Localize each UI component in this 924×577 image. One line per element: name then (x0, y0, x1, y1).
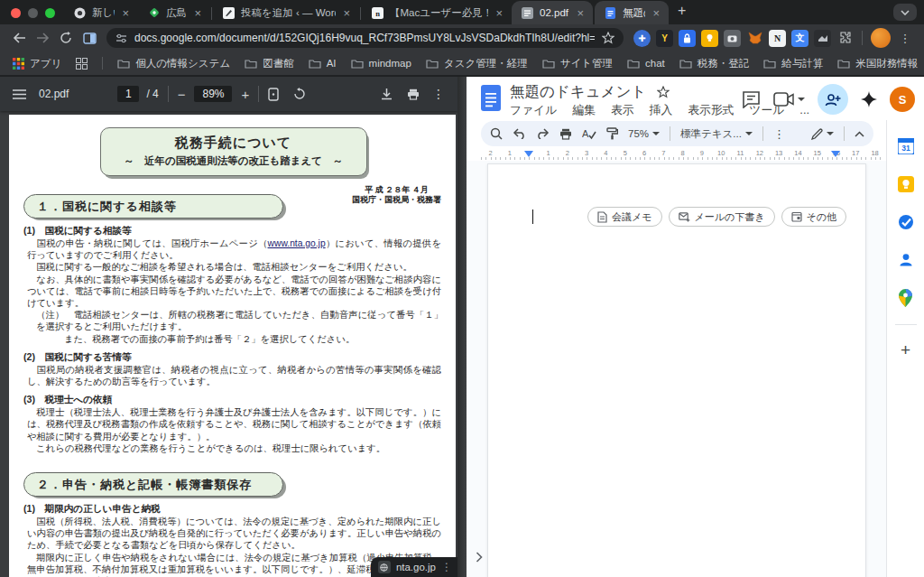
pdf-menu-icon[interactable] (13, 89, 26, 99)
tab-search-button[interactable] (893, 4, 917, 21)
bookmark-folder[interactable]: mindmap (351, 58, 411, 69)
new-tab-button[interactable]: + (669, 3, 695, 24)
minimize-window-button[interactable] (28, 8, 38, 18)
bookmark-folder[interactable]: AI (309, 58, 337, 69)
close-tab-icon[interactable]: × (575, 7, 586, 19)
undo-icon[interactable] (513, 128, 526, 139)
collapse-toolbar-icon[interactable] (855, 131, 864, 137)
profile-avatar[interactable] (871, 28, 891, 48)
maps-icon[interactable] (897, 289, 915, 307)
tab-hiroshima[interactable]: 広島県廿日 × (138, 1, 210, 24)
pane-splitter[interactable] (457, 77, 467, 577)
link-status-popup[interactable]: nta.go.jp ⋮ (371, 557, 457, 577)
zoom-select[interactable]: 75% (628, 128, 660, 139)
close-tab-icon[interactable]: × (192, 7, 203, 19)
extension-icon[interactable] (814, 30, 831, 47)
popup-kebab-icon[interactable]: ⋮ (441, 561, 452, 573)
comment-icon[interactable] (742, 90, 761, 108)
extensions-puzzle-icon[interactable] (836, 30, 854, 47)
address-bar[interactable]: docs.google.com/document/d/152GIQj16H9vu… (106, 28, 624, 48)
bookmark-folder[interactable]: 個人の情報システム (117, 57, 230, 70)
fit-to-page-icon[interactable] (268, 88, 279, 101)
share-button[interactable] (818, 84, 848, 115)
bookmark-folder[interactable]: サイト管理 (542, 57, 613, 70)
tasks-icon[interactable] (897, 213, 915, 231)
toolbar-more-kebab-icon[interactable]: ⋮ (773, 127, 785, 141)
contacts-icon[interactable] (897, 251, 915, 269)
email-draft-chip[interactable]: メールの下書き (669, 207, 775, 227)
rotate-icon[interactable] (293, 88, 306, 100)
pdf-more-kebab-icon[interactable]: ⋮ (432, 87, 445, 101)
bookmark-folder[interactable]: 図書館 (245, 57, 294, 70)
maximize-window-button[interactable] (45, 8, 55, 18)
editing-mode-select[interactable] (811, 128, 834, 140)
side-panel-icon[interactable] (78, 27, 101, 49)
paragraph-style-select[interactable]: 標準テキス... (680, 127, 753, 141)
chrome-menu-kebab-icon[interactable]: ⋮ (893, 27, 917, 49)
print-icon[interactable] (407, 88, 420, 100)
more-templates-chip[interactable]: その他 (781, 207, 847, 227)
meet-video-call-button[interactable] (773, 92, 805, 107)
keep-extension-icon[interactable] (701, 30, 718, 47)
google-docs-icon[interactable] (481, 85, 501, 115)
search-menus-icon[interactable] (490, 127, 503, 140)
redo-icon[interactable] (536, 128, 550, 139)
download-icon[interactable] (381, 88, 393, 100)
metamask-fox-icon[interactable] (746, 30, 763, 47)
right-indent-marker[interactable] (831, 151, 840, 157)
bookmark-folder[interactable]: 給与計算 (763, 57, 823, 70)
star-document-icon[interactable] (657, 86, 670, 98)
translate-extension-icon[interactable]: 文 (791, 30, 808, 47)
tab-google-doc[interactable]: 無題のドキ × (595, 1, 669, 24)
tab-pdf[interactable]: 02.pdf × (512, 1, 593, 24)
back-icon[interactable] (7, 27, 31, 49)
close-tab-icon[interactable]: × (651, 7, 661, 19)
menu-insert[interactable]: 挿入 (650, 103, 673, 118)
bookmark-folder[interactable]: 税務・登記 (679, 57, 750, 70)
close-tab-icon[interactable]: × (494, 7, 504, 19)
password-lock-extension-icon[interactable] (679, 30, 696, 47)
forward-icon[interactable] (31, 27, 54, 49)
paint-format-icon[interactable] (606, 127, 618, 140)
menu-view[interactable]: 表示 (611, 103, 634, 118)
print-icon[interactable] (559, 128, 572, 140)
bookmark-folder[interactable]: chat (627, 58, 665, 69)
pdf-page[interactable]: 税務手続について ～ 近年の国税通則法等の改正も踏まえて ～ 平 成 ２８年 ４… (9, 115, 456, 577)
extension-icon[interactable]: ✚ (633, 30, 651, 47)
left-indent-marker[interactable] (524, 151, 533, 157)
calendar-icon[interactable]: 31 (897, 137, 915, 155)
hide-side-panel-chevron-icon[interactable] (476, 550, 483, 566)
site-settings-icon[interactable] (116, 33, 127, 43)
zoom-out-icon[interactable]: − (178, 87, 186, 102)
menu-file[interactable]: ファイル (510, 103, 557, 118)
close-window-button[interactable] (11, 8, 21, 18)
pdf-page-input[interactable]: 1 (117, 86, 139, 102)
close-tab-icon[interactable]: × (120, 7, 131, 19)
add-apps-icon[interactable]: + (901, 340, 910, 360)
bookmark-folder[interactable]: タスク管理・経理 (426, 57, 528, 70)
document-page[interactable]: 会議メモ メールの下書き その他 (487, 163, 866, 577)
tab-notion-article[interactable]: n 【Macユーザー必見！】生産性が × (362, 1, 512, 24)
tab-new-tab[interactable]: 新しいタブ × (64, 1, 138, 24)
nta-link[interactable]: www.nta.go.jp (268, 238, 326, 248)
bookmark-folder[interactable]: 米国財務情報 (837, 57, 918, 70)
tab-wordpress[interactable]: 投稿を追加 ‹ — WordPress × (213, 1, 359, 24)
bookmark-apps[interactable]: アプリ (13, 57, 61, 70)
zoom-in-icon[interactable]: + (241, 87, 249, 102)
notion-extension-icon[interactable]: N (769, 30, 786, 47)
extension-icon[interactable]: Y (656, 30, 673, 47)
account-avatar[interactable]: S (890, 87, 915, 112)
menu-format[interactable]: 表示形式 (688, 103, 734, 118)
bookmark-grid-item[interactable] (76, 58, 88, 70)
camera-extension-icon[interactable] (724, 30, 741, 47)
keep-icon[interactable] (897, 175, 915, 193)
menu-edit[interactable]: 編集 (572, 103, 596, 118)
bookmark-star-icon[interactable] (602, 32, 614, 44)
close-tab-icon[interactable]: × (341, 7, 352, 19)
meeting-notes-chip[interactable]: 会議メモ (587, 207, 662, 227)
gemini-sparkle-icon[interactable] (861, 91, 877, 107)
pdf-zoom-level[interactable]: 89% (194, 86, 232, 102)
document-title[interactable]: 無題のドキュメント (510, 82, 646, 102)
reload-icon[interactable] (54, 27, 78, 49)
spell-check-icon[interactable]: A (582, 127, 596, 140)
